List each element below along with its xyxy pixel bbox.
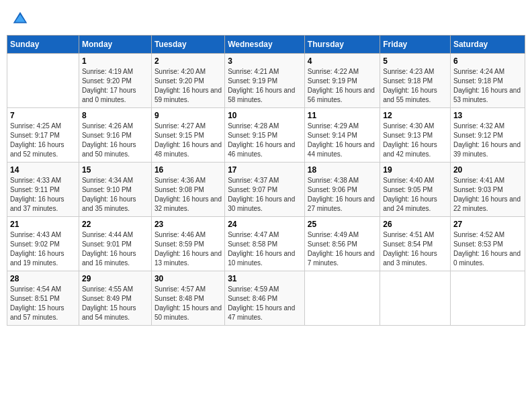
day-number: 15	[82, 165, 148, 175]
day-number: 23	[154, 220, 222, 229]
day-number: 22	[82, 220, 148, 229]
day-number: 31	[228, 274, 302, 283]
calendar-cell: 4 Sunrise: 4:22 AM Sunset: 9:19 PM Dayli…	[304, 54, 380, 108]
day-number: 30	[154, 274, 222, 283]
day-info: Sunrise: 4:59 AM Sunset: 8:46 PM Dayligh…	[228, 285, 302, 322]
calendar-cell: 2 Sunrise: 4:20 AM Sunset: 9:20 PM Dayli…	[151, 54, 224, 108]
calendar-cell: 16 Sunrise: 4:36 AM Sunset: 9:08 PM Dayl…	[151, 163, 224, 217]
day-info: Sunrise: 4:28 AM Sunset: 9:15 PM Dayligh…	[228, 122, 302, 159]
calendar-cell	[450, 271, 525, 326]
calendar-cell: 30 Sunrise: 4:57 AM Sunset: 8:48 PM Dayl…	[151, 271, 224, 326]
calendar-cell: 17 Sunrise: 4:37 AM Sunset: 9:07 PM Dayl…	[225, 163, 305, 217]
calendar-cell: 18 Sunrise: 4:38 AM Sunset: 9:06 PM Dayl…	[304, 163, 380, 217]
calendar-cell: 7 Sunrise: 4:25 AM Sunset: 9:17 PM Dayli…	[7, 108, 79, 163]
calendar-cell: 28 Sunrise: 4:54 AM Sunset: 8:51 PM Dayl…	[7, 271, 79, 326]
calendar-cell: 31 Sunrise: 4:59 AM Sunset: 8:46 PM Dayl…	[225, 271, 305, 326]
weekday-header: Tuesday	[151, 36, 224, 54]
day-info: Sunrise: 4:52 AM Sunset: 8:53 PM Dayligh…	[453, 230, 522, 268]
day-info: Sunrise: 4:49 AM Sunset: 8:56 PM Dayligh…	[308, 230, 377, 268]
calendar-cell	[304, 271, 380, 326]
calendar-table: SundayMondayTuesdayWednesdayThursdayFrid…	[7, 35, 525, 326]
day-number: 4	[308, 56, 377, 66]
calendar-cell: 15 Sunrise: 4:34 AM Sunset: 9:10 PM Dayl…	[79, 163, 151, 217]
day-info: Sunrise: 4:20 AM Sunset: 9:20 PM Dayligh…	[154, 67, 222, 105]
calendar-cell: 10 Sunrise: 4:28 AM Sunset: 9:15 PM Dayl…	[225, 108, 305, 163]
calendar-cell: 6 Sunrise: 4:24 AM Sunset: 9:18 PM Dayli…	[450, 54, 525, 108]
day-number: 10	[228, 111, 302, 120]
calendar-cell: 11 Sunrise: 4:29 AM Sunset: 9:14 PM Dayl…	[304, 108, 380, 163]
day-info: Sunrise: 4:21 AM Sunset: 9:19 PM Dayligh…	[228, 67, 302, 105]
calendar-cell: 22 Sunrise: 4:44 AM Sunset: 9:01 PM Dayl…	[79, 217, 151, 271]
calendar-cell: 25 Sunrise: 4:49 AM Sunset: 8:56 PM Dayl…	[304, 217, 380, 271]
day-number: 27	[453, 220, 522, 229]
weekday-header: Wednesday	[225, 36, 305, 54]
calendar-cell: 20 Sunrise: 4:41 AM Sunset: 9:03 PM Dayl…	[450, 163, 525, 217]
weekday-header: Monday	[79, 36, 151, 54]
calendar-cell: 9 Sunrise: 4:27 AM Sunset: 9:15 PM Dayli…	[151, 108, 224, 163]
calendar-cell: 29 Sunrise: 4:55 AM Sunset: 8:49 PM Dayl…	[79, 271, 151, 326]
calendar-week-row: 7 Sunrise: 4:25 AM Sunset: 9:17 PM Dayli…	[7, 108, 525, 163]
calendar-cell: 13 Sunrise: 4:32 AM Sunset: 9:12 PM Dayl…	[450, 108, 525, 163]
day-number: 19	[383, 165, 447, 175]
day-info: Sunrise: 4:54 AM Sunset: 8:51 PM Dayligh…	[10, 285, 76, 322]
day-info: Sunrise: 4:40 AM Sunset: 9:05 PM Dayligh…	[383, 176, 447, 214]
weekday-header: Thursday	[304, 36, 380, 54]
day-info: Sunrise: 4:30 AM Sunset: 9:13 PM Dayligh…	[383, 122, 447, 159]
day-number: 6	[453, 56, 522, 66]
calendar-cell: 8 Sunrise: 4:26 AM Sunset: 9:16 PM Dayli…	[79, 108, 151, 163]
weekday-header-row: SundayMondayTuesdayWednesdayThursdayFrid…	[7, 36, 525, 54]
calendar-cell: 1 Sunrise: 4:19 AM Sunset: 9:20 PM Dayli…	[79, 54, 151, 108]
day-number: 2	[154, 56, 222, 66]
day-number: 28	[10, 274, 76, 283]
calendar-cell: 19 Sunrise: 4:40 AM Sunset: 9:05 PM Dayl…	[380, 163, 451, 217]
day-number: 8	[82, 111, 148, 120]
day-number: 3	[228, 56, 302, 66]
calendar-cell: 14 Sunrise: 4:33 AM Sunset: 9:11 PM Dayl…	[7, 163, 79, 217]
day-number: 20	[453, 165, 522, 175]
day-info: Sunrise: 4:24 AM Sunset: 9:18 PM Dayligh…	[453, 67, 522, 105]
day-number: 14	[10, 165, 76, 175]
calendar-week-row: 21 Sunrise: 4:43 AM Sunset: 9:02 PM Dayl…	[7, 217, 525, 271]
day-info: Sunrise: 4:26 AM Sunset: 9:16 PM Dayligh…	[82, 122, 148, 159]
page-header	[7, 7, 525, 31]
day-number: 11	[308, 111, 377, 120]
day-number: 16	[154, 165, 222, 175]
logo	[11, 9, 32, 28]
day-info: Sunrise: 4:57 AM Sunset: 8:48 PM Dayligh…	[154, 285, 222, 322]
day-info: Sunrise: 4:55 AM Sunset: 8:49 PM Dayligh…	[82, 285, 148, 322]
calendar-cell	[380, 271, 451, 326]
day-info: Sunrise: 4:25 AM Sunset: 9:17 PM Dayligh…	[10, 122, 76, 159]
calendar-cell: 24 Sunrise: 4:47 AM Sunset: 8:58 PM Dayl…	[225, 217, 305, 271]
day-number: 13	[453, 111, 522, 120]
weekday-header: Sunday	[7, 36, 79, 54]
calendar-week-row: 1 Sunrise: 4:19 AM Sunset: 9:20 PM Dayli…	[7, 54, 525, 108]
calendar-cell: 27 Sunrise: 4:52 AM Sunset: 8:53 PM Dayl…	[450, 217, 525, 271]
calendar-cell: 26 Sunrise: 4:51 AM Sunset: 8:54 PM Dayl…	[380, 217, 451, 271]
day-number: 24	[228, 220, 302, 229]
day-info: Sunrise: 4:19 AM Sunset: 9:20 PM Dayligh…	[82, 67, 148, 105]
day-number: 21	[10, 220, 76, 229]
calendar-cell	[7, 54, 79, 108]
day-info: Sunrise: 4:44 AM Sunset: 9:01 PM Dayligh…	[82, 230, 148, 268]
day-info: Sunrise: 4:47 AM Sunset: 8:58 PM Dayligh…	[228, 230, 302, 268]
day-number: 5	[383, 56, 447, 66]
day-info: Sunrise: 4:36 AM Sunset: 9:08 PM Dayligh…	[154, 176, 222, 214]
day-number: 7	[10, 111, 76, 120]
calendar-week-row: 14 Sunrise: 4:33 AM Sunset: 9:11 PM Dayl…	[7, 163, 525, 217]
weekday-header: Saturday	[450, 36, 525, 54]
calendar-cell: 23 Sunrise: 4:46 AM Sunset: 8:59 PM Dayl…	[151, 217, 224, 271]
day-number: 12	[383, 111, 447, 120]
day-info: Sunrise: 4:41 AM Sunset: 9:03 PM Dayligh…	[453, 176, 522, 214]
day-number: 25	[308, 220, 377, 229]
day-info: Sunrise: 4:46 AM Sunset: 8:59 PM Dayligh…	[154, 230, 222, 268]
day-info: Sunrise: 4:33 AM Sunset: 9:11 PM Dayligh…	[10, 176, 76, 214]
day-info: Sunrise: 4:23 AM Sunset: 9:18 PM Dayligh…	[383, 67, 447, 105]
logo-icon	[11, 9, 30, 28]
day-info: Sunrise: 4:43 AM Sunset: 9:02 PM Dayligh…	[10, 230, 76, 268]
day-info: Sunrise: 4:34 AM Sunset: 9:10 PM Dayligh…	[82, 176, 148, 214]
calendar-cell: 5 Sunrise: 4:23 AM Sunset: 9:18 PM Dayli…	[380, 54, 451, 108]
day-info: Sunrise: 4:22 AM Sunset: 9:19 PM Dayligh…	[308, 67, 377, 105]
weekday-header: Friday	[380, 36, 451, 54]
day-info: Sunrise: 4:29 AM Sunset: 9:14 PM Dayligh…	[308, 122, 377, 159]
day-number: 1	[82, 56, 148, 66]
